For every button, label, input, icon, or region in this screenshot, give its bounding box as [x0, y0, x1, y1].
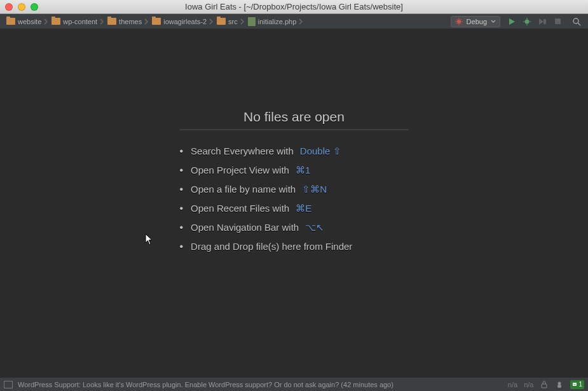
- svg-rect-3: [555, 18, 561, 24]
- run-button[interactable]: [507, 17, 517, 27]
- status-bar: WordPress Support: Looks like it's WordP…: [0, 377, 588, 391]
- status-inset-right[interactable]: n/a: [524, 381, 533, 388]
- svg-rect-5: [542, 384, 547, 388]
- lock-icon[interactable]: [540, 380, 549, 389]
- tip-shortcut: ⇧⌘N: [302, 183, 327, 195]
- toolbar-actions: [507, 17, 582, 27]
- breadcrumb-item[interactable]: initialize.php: [245, 15, 299, 28]
- breadcrumbs[interactable]: website wp-content themes iowagirleats-2…: [4, 15, 451, 28]
- empty-state-tips: Search Everywhere with Double ⇧ Open Pro…: [180, 141, 409, 256]
- breadcrumb-item[interactable]: website: [4, 15, 44, 28]
- breadcrumb-item[interactable]: src: [214, 15, 240, 28]
- status-inset-left[interactable]: n/a: [508, 381, 517, 388]
- status-left: WordPress Support: Looks like it's WordP…: [4, 381, 502, 388]
- folder-icon: [51, 18, 60, 25]
- tip-item: Drag and Drop file(s) here from Finder: [180, 237, 409, 256]
- tip-shortcut: ⌥↖: [305, 221, 324, 233]
- debug-button[interactable]: [522, 17, 532, 27]
- chevron-right-icon: [44, 18, 49, 25]
- empty-state-panel: No files are open Search Everywhere with…: [180, 109, 409, 256]
- tip-text: Open a file by name with: [191, 184, 296, 195]
- breadcrumb-item[interactable]: wp-content: [49, 15, 100, 28]
- folder-icon: [6, 18, 15, 25]
- svg-rect-8: [573, 383, 577, 386]
- tip-item: Open a file by name with ⇧⌘N: [180, 179, 409, 198]
- breadcrumb-label: initialize.php: [258, 18, 297, 25]
- breadcrumb-label: iowagirleats-2: [163, 18, 207, 25]
- folder-icon: [152, 18, 161, 25]
- tip-text: Open Recent Files with: [191, 203, 289, 214]
- search-everywhere-button[interactable]: [571, 17, 582, 27]
- tip-text: Open Navigation Bar with: [191, 222, 299, 233]
- empty-state-title: No files are open: [180, 109, 409, 130]
- chevron-right-icon: [209, 18, 214, 25]
- chevron-right-icon: [100, 18, 105, 25]
- toolbar-right: Debug: [451, 16, 584, 27]
- chevron-right-icon: [144, 18, 149, 25]
- titlebar: Iowa Girl Eats - [~/Dropbox/Projects/Iow…: [0, 0, 588, 14]
- cursor-icon: [145, 233, 154, 246]
- status-right: n/a n/a 1: [508, 380, 584, 389]
- breadcrumb-item[interactable]: iowagirleats-2: [149, 15, 209, 28]
- breadcrumb-item[interactable]: themes: [105, 15, 144, 28]
- bug-icon: [455, 18, 463, 25]
- chevron-right-icon: [299, 18, 304, 25]
- svg-rect-7: [557, 385, 561, 388]
- status-message[interactable]: WordPress Support: Looks like it's WordP…: [18, 381, 393, 388]
- folder-icon: [107, 18, 116, 25]
- breadcrumb-label: wp-content: [63, 18, 97, 25]
- svg-rect-2: [544, 19, 546, 24]
- tip-shortcut: ⌘E: [296, 202, 311, 214]
- tip-item: Open Project View with ⌘1: [180, 160, 409, 179]
- breadcrumb-label: website: [18, 18, 41, 25]
- hector-icon[interactable]: [555, 380, 564, 389]
- breadcrumb-label: src: [228, 18, 238, 25]
- tool-window-toggle-icon[interactable]: [4, 381, 13, 388]
- svg-point-6: [558, 381, 561, 385]
- chevron-right-icon: [240, 18, 245, 25]
- breadcrumb-label: themes: [119, 18, 142, 25]
- notifications-count: 1: [578, 381, 582, 388]
- tip-shortcut: Double ⇧: [300, 145, 341, 156]
- php-file-icon: [248, 17, 256, 26]
- toolbar: website wp-content themes iowagirleats-2…: [0, 14, 588, 29]
- window-title: Iowa Girl Eats - [~/Dropbox/Projects/Iow…: [0, 2, 588, 11]
- tip-text: Drag and Drop file(s) here from Finder: [191, 241, 352, 252]
- tip-shortcut: ⌘1: [296, 164, 310, 175]
- folder-icon: [217, 18, 226, 25]
- svg-point-4: [573, 18, 578, 24]
- chevron-down-icon: [491, 20, 496, 24]
- tip-item: Open Navigation Bar with ⌥↖: [180, 217, 409, 237]
- tip-text: Open Project View with: [191, 165, 289, 175]
- stop-button[interactable]: [552, 17, 563, 27]
- tip-text: Search Everywhere with: [191, 146, 294, 156]
- editor-area[interactable]: No files are open Search Everywhere with…: [0, 29, 588, 377]
- tip-item: Search Everywhere with Double ⇧: [180, 141, 409, 160]
- run-with-coverage-button[interactable]: [537, 17, 547, 27]
- run-config-label: Debug: [467, 18, 487, 25]
- run-config-selector[interactable]: Debug: [451, 16, 500, 27]
- svg-point-1: [525, 19, 530, 24]
- notifications-badge[interactable]: 1: [570, 380, 584, 389]
- tip-item: Open Recent Files with ⌘E: [180, 198, 409, 217]
